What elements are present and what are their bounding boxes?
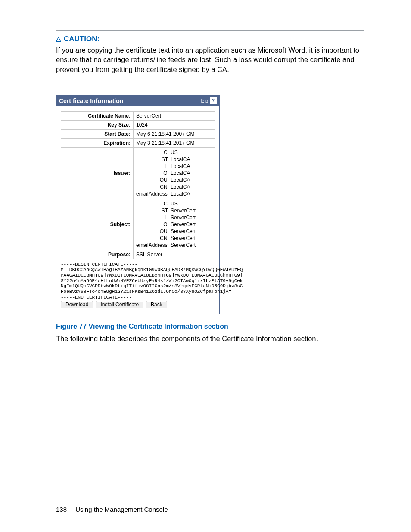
caution-triangle-icon: △ [56, 35, 61, 43]
dn-value: ServerCert [171, 207, 212, 214]
help-link[interactable]: Help ? [198, 97, 217, 104]
start-date-value: May 6 21:18:41 2007 GMT [134, 129, 215, 138]
issuer-label: Issuer: [61, 147, 134, 199]
dn-key: O: [136, 221, 171, 228]
dn-value: LocalCA [171, 163, 212, 170]
table-row: Expiration: May 3 21:18:41 2017 GMT [61, 138, 215, 147]
document-page: △CAUTION: If you are copying the certifi… [0, 0, 411, 532]
table-row: Key Size: 1024 [61, 120, 215, 129]
install-certificate-button[interactable]: Install Certificate [96, 301, 143, 308]
certificate-info-table: Certificate Name: ServerCert Key Size: 1… [61, 111, 215, 259]
issuer-dn-table: C:US ST:LocalCA L:LocalCA O:LocalCA OU:L… [136, 149, 212, 197]
dn-key: emailAddress: [136, 190, 171, 197]
dn-value: LocalCA [171, 156, 212, 163]
caution-label: CAUTION: [64, 35, 100, 43]
panel-title: Certificate Information [59, 97, 123, 104]
table-row: Issuer: C:US ST:LocalCA L:LocalCA O:Loca… [61, 147, 215, 199]
table-row: Certificate Name: ServerCert [61, 111, 215, 120]
dn-value: ServerCert [171, 221, 212, 228]
table-row: Subject: C:US ST:ServerCert L:ServerCert… [61, 199, 215, 250]
dn-key: ST: [136, 156, 171, 163]
dn-value: ServerCert [171, 214, 212, 221]
button-row: Download Install Certificate Back [61, 301, 215, 308]
subject-value-cell: C:US ST:ServerCert L:ServerCert O:Server… [134, 199, 215, 250]
help-icon: ? [210, 97, 217, 104]
dn-key: OU: [136, 177, 171, 184]
dn-key: C: [136, 149, 171, 156]
caution-text: If you are copying the certificate text … [56, 45, 364, 74]
dn-value: US [171, 149, 212, 156]
dn-key: CN: [136, 235, 171, 242]
expiration-label: Expiration: [61, 138, 134, 147]
caution-header: △CAUTION: [56, 35, 364, 44]
dn-value: ServerCert [171, 228, 212, 235]
following-text: The following table describes the compon… [56, 335, 364, 343]
certificate-pem-block: -----BEGIN CERTIFICATE----- MIIDKDCCAhCg… [61, 262, 215, 300]
dn-value: LocalCA [171, 184, 212, 190]
cert-name-value: ServerCert [134, 111, 215, 120]
dn-value: LocalCA [171, 190, 212, 197]
certificate-info-panel: Certificate Information Help ? Certifica… [56, 95, 220, 314]
panel-title-bar: Certificate Information Help ? [56, 96, 219, 106]
dn-value: LocalCA [171, 170, 212, 177]
panel-body: Certificate Name: ServerCert Key Size: 1… [56, 106, 219, 314]
table-row: Purpose: SSL Server [61, 250, 215, 259]
table-row: Start Date: May 6 21:18:41 2007 GMT [61, 129, 215, 138]
subject-label: Subject: [61, 199, 134, 250]
key-size-value: 1024 [134, 120, 215, 129]
dn-value: ServerCert [171, 242, 212, 249]
purpose-label: Purpose: [61, 250, 134, 259]
dn-key: L: [136, 163, 171, 170]
dn-key: CN: [136, 184, 171, 190]
key-size-label: Key Size: [61, 120, 134, 129]
dn-key: L: [136, 214, 171, 221]
caution-box: △CAUTION: If you are copying the certifi… [56, 30, 364, 82]
start-date-label: Start Date: [61, 129, 134, 138]
dn-value: US [171, 200, 212, 207]
footer-section: Using the Management Console [75, 506, 168, 513]
expiration-value: May 3 21:18:41 2017 GMT [134, 138, 215, 147]
dn-key: C: [136, 200, 171, 207]
issuer-value-cell: C:US ST:LocalCA L:LocalCA O:LocalCA OU:L… [134, 147, 215, 199]
dn-key: OU: [136, 228, 171, 235]
purpose-value: SSL Server [134, 250, 215, 259]
dn-value: ServerCert [171, 235, 212, 242]
dn-key: ST: [136, 207, 171, 214]
download-button[interactable]: Download [61, 301, 93, 308]
page-footer: 138 Using the Management Console [56, 506, 168, 513]
back-button[interactable]: Back [146, 301, 167, 308]
page-number: 138 [56, 506, 67, 513]
dn-key: emailAddress: [136, 242, 171, 249]
help-label: Help [198, 98, 208, 103]
subject-dn-table: C:US ST:ServerCert L:ServerCert O:Server… [136, 200, 212, 249]
dn-key: O: [136, 170, 171, 177]
dn-value: LocalCA [171, 177, 212, 184]
figure-caption: Figure 77 Viewing the Certificate Inform… [56, 323, 364, 330]
cert-name-label: Certificate Name: [61, 111, 134, 120]
